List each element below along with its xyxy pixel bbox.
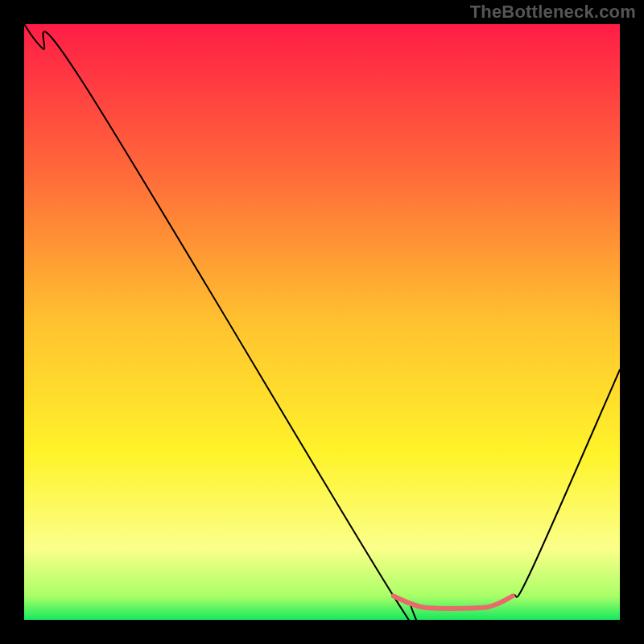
- watermark-text: TheBottleneck.com: [470, 2, 636, 23]
- chart-frame: TheBottleneck.com: [0, 0, 644, 644]
- chart-plot-area: [24, 24, 620, 620]
- chart-svg: [24, 24, 620, 620]
- gradient-background: [24, 24, 620, 620]
